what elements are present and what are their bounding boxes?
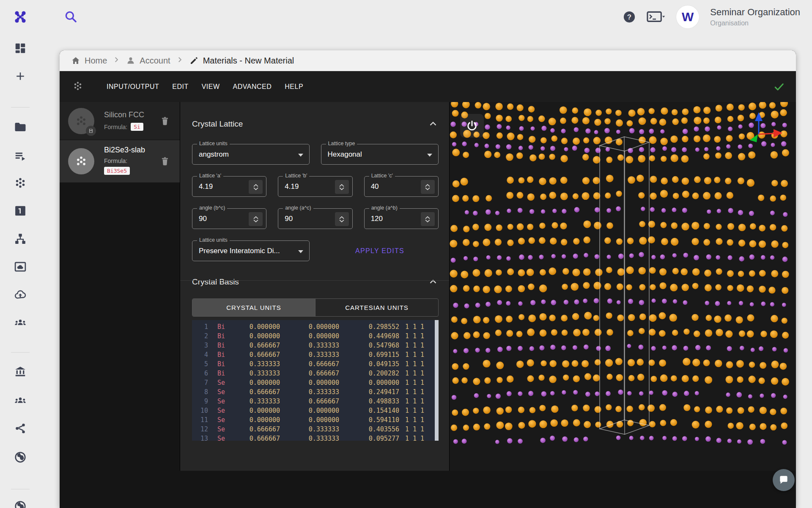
field-value: Preserve Interatomic Di...: [199, 241, 280, 261]
materials-folder-icon[interactable]: [12, 119, 29, 135]
basis-row[interactable]: 10Se0.0000000.0000000.1541401 1 1: [195, 406, 439, 415]
caret-down-icon: [298, 154, 303, 157]
institution-bank-icon[interactable]: [12, 363, 29, 380]
breadcrumb-account[interactable]: Account: [126, 55, 170, 66]
formula-chip: Bi3Se5: [104, 167, 130, 175]
lattice-a-input[interactable]: Lattice 'a' 4.19: [192, 176, 266, 197]
search-icon[interactable]: [63, 9, 79, 25]
chat-launcher-button[interactable]: [773, 469, 795, 491]
sidebar-divider: [11, 489, 30, 489]
power-toggle-icon[interactable]: [460, 114, 484, 138]
basis-row[interactable]: 9Se0.3333330.6666670.4988331 1 1: [195, 397, 439, 406]
delete-material-icon[interactable]: [159, 156, 170, 167]
number-stepper[interactable]: [335, 180, 349, 194]
console-dropdown-icon[interactable]: [647, 10, 665, 24]
field-value: 90: [285, 209, 293, 229]
breadcrumb-home[interactable]: Home: [71, 55, 107, 66]
collapse-section-icon[interactable]: [428, 119, 439, 130]
create-new-icon[interactable]: [12, 68, 29, 85]
menu-help[interactable]: HELP: [285, 83, 303, 91]
number-stepper[interactable]: [249, 212, 263, 226]
material-name: Silicon FCC: [104, 110, 159, 119]
designer-menubar: INPUT/OUTPUT EDIT VIEW ADVANCED HELP: [60, 71, 796, 102]
person-icon: [126, 55, 136, 66]
atomic-structure-render[interactable]: [450, 102, 796, 471]
workflows-sitemap-icon[interactable]: [12, 230, 29, 247]
angle-alpha-input[interactable]: angle (b^c) 90: [192, 208, 266, 229]
field-value: 90: [199, 209, 207, 229]
org-block[interactable]: Seminar Organization Organisation: [710, 6, 800, 28]
tab-cartesian-units[interactable]: CARTESIAN UNITS: [315, 299, 438, 316]
cloud-upload-icon[interactable]: [12, 286, 29, 303]
image-bank-icon[interactable]: [12, 258, 29, 275]
menu-edit[interactable]: EDIT: [172, 83, 188, 91]
lattice-units-select[interactable]: Lattice units angstrom: [192, 144, 310, 165]
menu-advanced[interactable]: ADVANCED: [233, 83, 272, 91]
structure-3d-viewer[interactable]: [450, 102, 796, 471]
material-item-bi2se3-slab[interactable]: Bi2Se3-slab Formula: Bi3Se5: [60, 140, 180, 182]
lattice-b-input[interactable]: Lattice 'b' 4.19: [278, 176, 352, 197]
help-icon[interactable]: ?: [623, 11, 636, 23]
basis-row[interactable]: 7Se0.0000000.0000000.0000001 1 1: [195, 378, 439, 387]
angle-beta-input[interactable]: angle (a^c) 90: [278, 208, 352, 229]
basis-row[interactable]: 1Bi0.0000000.0000000.2985521 1 1: [195, 322, 439, 331]
molecule-icon: [72, 80, 83, 93]
basis-row[interactable]: 12Se0.6666670.3333330.4035561 1 1: [195, 425, 439, 434]
caret-down-icon: [427, 154, 432, 157]
basis-row[interactable]: 11Se0.0000000.0000000.5941101 1 1: [195, 415, 439, 425]
number-stepper[interactable]: [421, 180, 435, 194]
basis-row[interactable]: 6Bi0.3333330.6666670.2002821 1 1: [195, 369, 439, 378]
basis-row[interactable]: 3Bi0.6666670.3333330.5479681 1 1: [195, 341, 439, 350]
editor-scrollbar[interactable]: [435, 320, 439, 441]
apply-edits-button[interactable]: APPLY EDITS: [355, 247, 404, 255]
basis-coordinates-editor[interactable]: 1Bi0.0000000.0000000.2985521 1 12Bi0.000…: [192, 320, 439, 441]
angle-gamma-input[interactable]: angle (a^b) 120: [364, 208, 439, 229]
default-material-badge-icon: [86, 126, 96, 136]
changes-applied-check-icon[interactable]: [773, 81, 785, 93]
unit-one-icon[interactable]: [12, 202, 29, 219]
lattice-c-input[interactable]: Lattice 'c' 40: [364, 176, 439, 197]
jobs-playlist-icon[interactable]: [12, 147, 29, 164]
chevron-right-icon: [176, 56, 184, 65]
topbar-right-cluster: ? W Seminar Organization Organisation: [623, 0, 800, 34]
org-type-label: Organisation: [710, 19, 800, 28]
material-name: Bi2Se3-slab: [104, 146, 159, 155]
number-stepper[interactable]: [249, 180, 263, 194]
section-divider: [180, 280, 449, 281]
delete-material-icon[interactable]: [159, 116, 170, 127]
edit-units-select[interactable]: Lattice units Preserve Interatomic Di...: [192, 240, 310, 261]
app-sidebar: [0, 0, 41, 508]
collapse-section-icon[interactable]: [428, 276, 439, 287]
public-globe-icon[interactable]: [12, 449, 29, 466]
organization-group-icon[interactable]: [12, 392, 29, 409]
formula-label: Formula:: [104, 157, 127, 164]
field-value: 120: [371, 209, 383, 229]
breadcrumb-home-label: Home: [85, 56, 107, 66]
menu-view[interactable]: VIEW: [202, 83, 220, 91]
share-icon[interactable]: [12, 420, 29, 437]
materials-list: Silicon FCC Formula: Si Bi2Se3-slab: [60, 102, 180, 471]
dashboard-icon[interactable]: [12, 40, 29, 57]
user-avatar[interactable]: W: [676, 6, 699, 28]
number-stepper[interactable]: [335, 212, 349, 226]
home-icon: [71, 55, 81, 66]
team-group-icon[interactable]: [12, 314, 29, 331]
atoms-icon[interactable]: [12, 174, 29, 191]
app-logo-icon[interactable]: [12, 8, 29, 25]
breadcrumb: Home Account Materials - New Material: [60, 50, 796, 71]
menu-input-output[interactable]: INPUT/OUTPUT: [107, 83, 159, 91]
tab-crystal-units[interactable]: CRYSTAL UNITS: [192, 299, 315, 316]
material-thumbnail: [68, 108, 94, 134]
basis-row[interactable]: 5Bi0.3333330.6666670.0491351 1 1: [195, 359, 439, 369]
basis-row[interactable]: 4Bi0.6666670.3333330.6991151 1 1: [195, 350, 439, 359]
material-thumbnail: [68, 148, 94, 174]
lattice-type-select[interactable]: Lattice type Hexagonal: [321, 144, 439, 165]
formula-label: Formula:: [104, 124, 127, 130]
material-item-silicon-fcc[interactable]: Silicon FCC Formula: Si: [60, 102, 180, 140]
globe-icon-partial[interactable]: [12, 498, 29, 508]
basis-row[interactable]: 2Bi0.0000000.0000000.4496981 1 1: [195, 331, 439, 341]
basis-row[interactable]: 13Se0.6666670.3333330.0952771 1 1: [195, 434, 439, 441]
breadcrumb-account-label: Account: [140, 56, 170, 66]
basis-row[interactable]: 8Se0.6666670.3333330.2494171 1 1: [195, 387, 439, 397]
number-stepper[interactable]: [421, 212, 435, 226]
